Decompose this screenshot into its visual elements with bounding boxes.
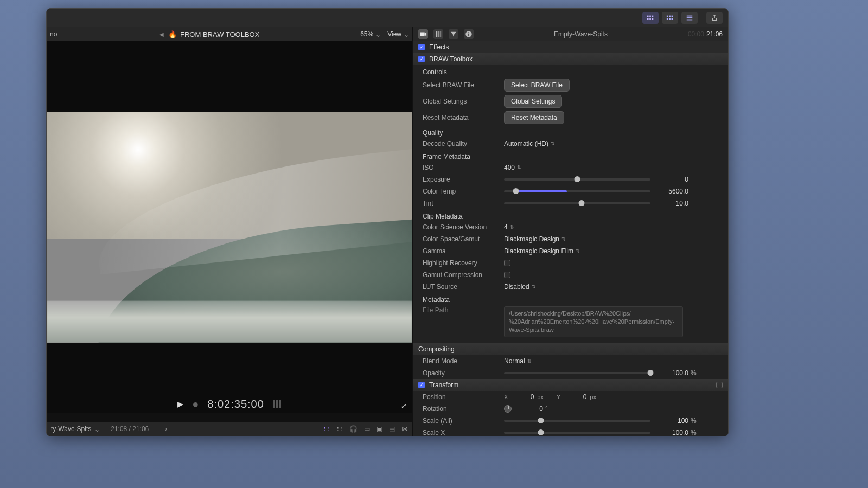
- row-color-temp: Color Temp 5600.0: [413, 185, 728, 197]
- layout-btn-2[interactable]: [662, 12, 678, 24]
- tab-audio[interactable]: [449, 29, 458, 39]
- inspector-clip-name: Empty-Wave-Spits: [474, 30, 688, 38]
- row-lut-source: LUT Source Disabled ⇅: [413, 281, 728, 293]
- timecode-display[interactable]: 8:02:35:00: [207, 398, 264, 410]
- scale-x-value[interactable]: 100.0: [657, 429, 688, 436]
- slider-color-temp[interactable]: [504, 190, 650, 192]
- zoom-dropdown[interactable]: 65% ⌄: [360, 30, 381, 38]
- btn-global-settings[interactable]: Global Settings: [504, 95, 562, 108]
- svg-rect-5: [652, 18, 654, 20]
- row-reset-metadata: Reset Metadata Reset Metadata: [413, 110, 728, 126]
- viewer-letterbox-bottom: ▶ ● 8:02:35:00 ⤢: [47, 343, 412, 413]
- group-frame-metadata: Frame Metadata: [413, 150, 728, 162]
- tab-color[interactable]: [433, 29, 443, 39]
- checkbox-transform[interactable]: ✓: [418, 382, 425, 388]
- row-gamut-compression: Gamut Compression: [413, 269, 728, 281]
- btn-select-braw[interactable]: Select BRAW File: [504, 79, 570, 92]
- dropdown-caret-icon: ⇅: [576, 248, 580, 254]
- forward-icon[interactable]: ›: [165, 425, 167, 433]
- lut-source-value: Disabled: [504, 283, 529, 291]
- section-compositing[interactable]: Compositing: [413, 343, 728, 355]
- checkbox-effects[interactable]: ✓: [418, 44, 425, 50]
- slider-opacity[interactable]: [504, 372, 650, 374]
- svg-rect-18: [440, 31, 442, 37]
- inspector-tabs: [418, 29, 474, 39]
- layout-btn-1[interactable]: [642, 12, 659, 24]
- pos-y-value[interactable]: 0: [564, 393, 586, 401]
- dd-decode-quality[interactable]: Automatic (HD) ⇅: [504, 140, 555, 147]
- footer-clip[interactable]: ty-Wave-Spits ⌄: [51, 425, 100, 433]
- tools-2-icon[interactable]: ⋈: [401, 425, 408, 433]
- dropdown-caret-icon: ⇅: [510, 224, 514, 230]
- inspector-header: Empty-Wave-Spits 00:00 21:06: [413, 27, 728, 41]
- color-temp-value[interactable]: 5600.0: [657, 188, 688, 195]
- viewer-letterbox-top: [47, 41, 412, 112]
- checkbox-gamut-compression[interactable]: [504, 272, 510, 278]
- tint-value[interactable]: 10.0: [657, 200, 688, 207]
- slider-exposure[interactable]: [504, 178, 650, 181]
- blend-mode-value: Normal: [504, 357, 525, 365]
- label-rotation: Rotation: [423, 405, 504, 413]
- dd-lut-source[interactable]: Disabled ⇅: [504, 283, 536, 291]
- skimming-icon[interactable]: ⫶⫶: [336, 425, 343, 433]
- opacity-unit: %: [688, 369, 699, 377]
- viewer-frame[interactable]: [47, 112, 412, 343]
- dd-color-science[interactable]: 4 ⇅: [504, 223, 514, 231]
- audio-skimming-icon[interactable]: ⫶⫶: [323, 425, 330, 433]
- dd-iso[interactable]: 400 ⇅: [504, 164, 521, 171]
- row-exposure: Exposure 0: [413, 174, 728, 185]
- section-effects[interactable]: ✓ Effects: [413, 41, 728, 53]
- viewer-footer: ty-Wave-Spits ⌄ 21:08 / 21:06 › ⫶⫶ ⫶⫶ 🎧 …: [47, 422, 412, 436]
- share-icon: [711, 14, 718, 22]
- pos-x-value[interactable]: 0: [511, 393, 534, 401]
- section-transform[interactable]: ✓ Transform: [413, 379, 728, 391]
- scale-x-unit: %: [688, 429, 699, 436]
- rotation-knob[interactable]: [504, 405, 512, 413]
- btn-reset-metadata[interactable]: Reset Metadata: [504, 111, 564, 124]
- slider-scale-all[interactable]: [504, 420, 650, 422]
- file-path-value[interactable]: /Users/chrishocking/Desktop/BRAW%20Clips…: [504, 306, 683, 337]
- label-scale-x: Scale X: [423, 429, 504, 436]
- color-space-value: Blackmagic Design: [504, 235, 559, 243]
- inspector-body: ✓ Effects ✓ BRAW Toolbox Controls Select…: [413, 41, 728, 436]
- dd-blend-mode[interactable]: Normal ⇅: [504, 357, 532, 365]
- label-file-path: File Path: [423, 306, 504, 314]
- viewer-header-right: 65% ⌄ View ⌄: [360, 30, 409, 38]
- checkbox-braw[interactable]: ✓: [418, 56, 425, 62]
- label-highlight-recovery: Highlight Recovery: [423, 259, 504, 267]
- headphones-icon[interactable]: 🎧: [349, 425, 358, 433]
- checkbox-highlight-recovery[interactable]: [504, 260, 510, 266]
- share-button[interactable]: [706, 12, 723, 24]
- timecode-row: ▶ ● 8:02:35:00: [47, 395, 412, 413]
- app-window: no ◄ 🔥 FROM BRAW TOOLBOX 65% ⌄ View ⌄: [46, 8, 729, 436]
- inspector-time-duration: 21:06: [706, 30, 723, 38]
- label-decode-quality: Decode Quality: [423, 140, 504, 147]
- label-select-braw: Select BRAW File: [423, 81, 504, 89]
- solo-icon[interactable]: ▭: [364, 425, 370, 433]
- tools-1-icon[interactable]: ▤: [389, 425, 395, 433]
- label-position: Position: [423, 393, 504, 401]
- exposure-value[interactable]: 0: [657, 176, 688, 183]
- dd-color-space[interactable]: Blackmagic Design ⇅: [504, 235, 566, 243]
- slider-scale-x[interactable]: [504, 432, 650, 434]
- inspector-time-current: 00:00: [688, 30, 704, 38]
- view-dropdown[interactable]: View ⌄: [387, 30, 409, 38]
- viewer-title[interactable]: ◄ 🔥 FROM BRAW TOOLBOX: [63, 30, 354, 38]
- transform-reset-icon[interactable]: [716, 382, 723, 388]
- play-button[interactable]: ▶: [177, 400, 183, 408]
- opacity-value[interactable]: 100.0: [657, 369, 688, 377]
- retime-icon[interactable]: ▣: [376, 425, 382, 433]
- label-color-temp: Color Temp: [423, 188, 504, 195]
- dd-gamma[interactable]: Blackmagic Design Film ⇅: [504, 247, 580, 255]
- tab-video[interactable]: [418, 29, 428, 39]
- scrub-icon[interactable]: [273, 400, 282, 408]
- layout-btn-3[interactable]: [681, 12, 698, 24]
- viewer-pane: no ◄ 🔥 FROM BRAW TOOLBOX 65% ⌄ View ⌄: [47, 27, 413, 436]
- fullscreen-icon[interactable]: ⤢: [401, 402, 407, 410]
- tab-info[interactable]: [464, 29, 474, 39]
- row-iso: ISO 400 ⇅: [413, 162, 728, 174]
- rotation-value[interactable]: 0: [512, 405, 543, 413]
- section-braw-toolbox[interactable]: ✓ BRAW Toolbox: [413, 53, 728, 65]
- scale-all-value[interactable]: 100: [657, 417, 688, 425]
- slider-tint[interactable]: [504, 202, 650, 204]
